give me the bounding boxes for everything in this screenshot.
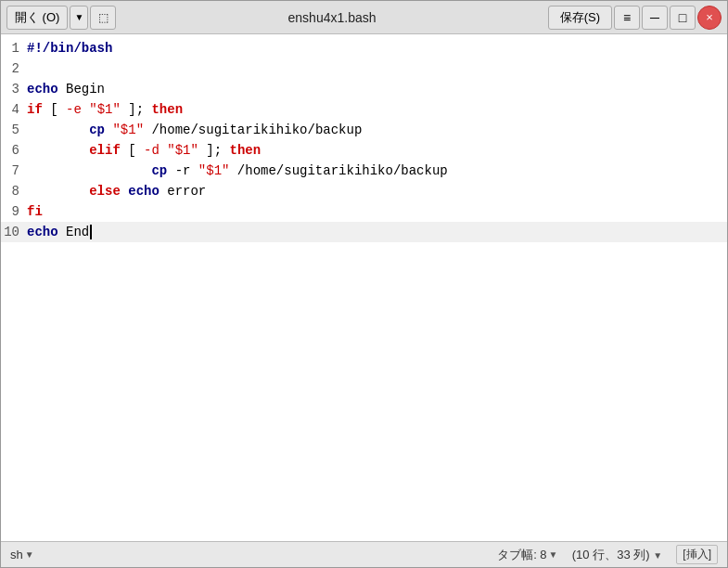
- statusbar: sh ▼ タブ幅: 8 ▼ (10 行、33 列) ▼ [挿入]: [1, 541, 727, 567]
- open-button[interactable]: 開く (O): [6, 6, 68, 30]
- editor-area[interactable]: 1#!/bin/bash23echo Begin4if [ -e "$1" ];…: [1, 34, 727, 541]
- minimize-icon: ─: [650, 10, 659, 25]
- status-separator-2: [666, 548, 672, 562]
- table-row: 4if [ -e "$1" ]; then: [1, 99, 727, 120]
- language-dropdown-icon: ▼: [25, 549, 34, 560]
- menu-button[interactable]: ≡: [614, 6, 640, 30]
- code-container[interactable]: 1#!/bin/bash23echo Begin4if [ -e "$1" ];…: [1, 34, 727, 541]
- line-number: 9: [1, 201, 27, 222]
- minimize-button[interactable]: ─: [642, 6, 668, 30]
- tab-width-selector[interactable]: タブ幅: 8 ▼: [497, 547, 557, 563]
- new-file-button[interactable]: ⬚: [90, 6, 116, 30]
- line-content[interactable]: if [ -e "$1" ]; then: [27, 99, 727, 120]
- line-number: 6: [1, 140, 27, 161]
- save-button[interactable]: 保存(S): [548, 6, 612, 30]
- main-window: 開く (O) ▼ ⬚ enshu4x1.bash 保存(S) ≡ ─ □: [0, 0, 728, 568]
- line-number: 2: [1, 58, 27, 79]
- position-dropdown-icon: ▼: [653, 550, 662, 561]
- titlebar-left: 開く (O) ▼ ⬚: [6, 6, 116, 30]
- table-row: 1#!/bin/bash: [1, 38, 727, 58]
- close-icon: ×: [706, 10, 713, 24]
- insert-mode-label: [挿入]: [676, 545, 718, 564]
- language-selector[interactable]: sh ▼: [10, 548, 34, 562]
- tab-width-dropdown-icon: ▼: [549, 549, 558, 560]
- line-number: 10: [1, 222, 27, 242]
- line-content[interactable]: elif [ -d "$1" ]; then: [27, 140, 727, 161]
- table-row: 10echo End: [1, 222, 727, 242]
- open-dropdown-button[interactable]: ▼: [70, 6, 88, 30]
- tab-width-label: タブ幅: 8: [497, 547, 546, 563]
- status-left: sh ▼: [10, 548, 34, 562]
- maximize-button[interactable]: □: [670, 6, 696, 30]
- table-row: 2: [1, 58, 727, 79]
- position-label: (10 行、33 列): [572, 548, 650, 562]
- table-row: 7 cp -r "$1" /home/sugitarikihiko/backup: [1, 161, 727, 181]
- line-content[interactable]: echo Begin: [27, 79, 727, 99]
- save-button-label: 保存(S): [560, 10, 600, 24]
- new-file-icon: ⬚: [98, 11, 109, 24]
- line-number: 7: [1, 161, 27, 181]
- line-number: 4: [1, 99, 27, 120]
- line-number: 1: [1, 38, 27, 58]
- status-right: タブ幅: 8 ▼ (10 行、33 列) ▼ [挿入]: [497, 545, 718, 564]
- table-row: 5 cp "$1" /home/sugitarikihiko/backup: [1, 120, 727, 140]
- line-number: 8: [1, 181, 27, 201]
- line-content[interactable]: cp "$1" /home/sugitarikihiko/backup: [27, 120, 727, 140]
- line-content[interactable]: else echo error: [27, 181, 727, 201]
- language-label: sh: [10, 548, 23, 562]
- titlebar: 開く (O) ▼ ⬚ enshu4x1.bash 保存(S) ≡ ─ □: [1, 1, 727, 34]
- table-row: 3echo Begin: [1, 79, 727, 99]
- line-content[interactable]: fi: [27, 201, 727, 222]
- line-content[interactable]: #!/bin/bash: [27, 38, 727, 58]
- status-separator-1: [562, 548, 568, 562]
- maximize-icon: □: [679, 10, 686, 25]
- menu-icon: ≡: [623, 10, 631, 25]
- line-number: 5: [1, 120, 27, 140]
- line-content[interactable]: echo End: [27, 222, 727, 242]
- open-dropdown-arrow-icon: ▼: [74, 12, 83, 22]
- table-row: 8 else echo error: [1, 181, 727, 201]
- titlebar-right: 保存(S) ≡ ─ □ ×: [548, 6, 722, 30]
- table-row: 6 elif [ -d "$1" ]; then: [1, 140, 727, 161]
- line-number: 3: [1, 79, 27, 99]
- open-button-label: 開く (O): [15, 9, 59, 26]
- window-title: enshu4x1.bash: [118, 10, 545, 25]
- position-selector[interactable]: (10 行、33 列) ▼: [572, 547, 662, 563]
- line-content[interactable]: cp -r "$1" /home/sugitarikihiko/backup: [27, 161, 727, 181]
- close-button[interactable]: ×: [697, 6, 722, 30]
- table-row: 9fi: [1, 201, 727, 222]
